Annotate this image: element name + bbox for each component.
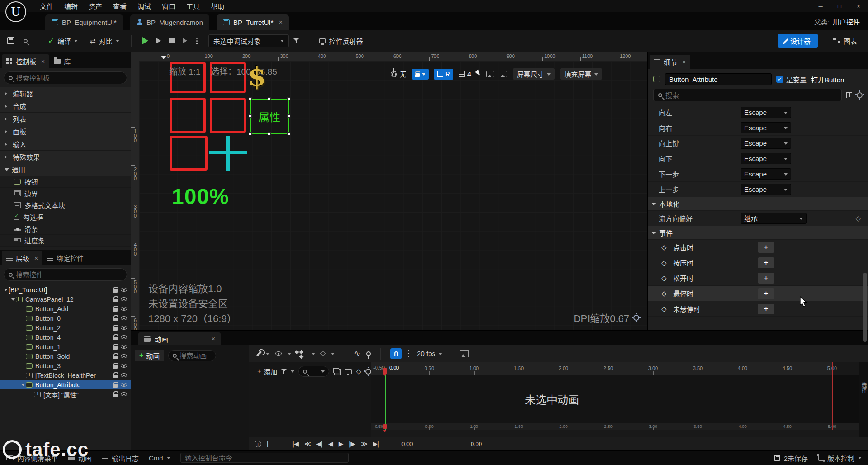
transport-button[interactable]: |◀ [292,440,298,447]
arrow-right-icon[interactable] [5,155,9,159]
palette-widget-item[interactable]: 滑条 [0,223,131,235]
transport-button[interactable]: ≫ [361,440,367,447]
tab-hierarchy[interactable]: 层级 × [2,251,42,265]
add-event-button[interactable]: + [758,304,774,314]
visibility-eye-icon[interactable] [121,364,127,368]
property-dropdown[interactable]: Escape [741,168,791,180]
section-events[interactable]: 事件 [648,226,868,240]
property-dropdown[interactable]: Escape [741,184,791,195]
button-widget-outline[interactable] [170,136,208,171]
animation-search-input[interactable] [179,352,212,360]
lock-toggle-button[interactable] [412,69,429,80]
visibility-eye-icon[interactable] [121,335,127,339]
monitor-icon[interactable] [345,369,352,374]
screen-size-dropdown[interactable]: 屏幕尺寸 [513,68,555,80]
event-row[interactable]: ◇ 按压时 + [648,255,868,270]
close-icon[interactable]: × [682,58,686,66]
property-dropdown[interactable]: Escape [741,153,791,164]
property-dropdown[interactable]: Escape [741,122,791,133]
tree-row[interactable]: Button_1 [0,342,131,351]
output-log-button[interactable]: 输出日志 [102,453,139,463]
visibility-eye-icon[interactable] [121,288,127,292]
preview-image-icon[interactable] [500,71,507,77]
compile-button[interactable]: ✓ 编译 [44,33,81,48]
event-row[interactable]: ◇ 松开时 + [648,270,868,286]
palette-search-box[interactable] [4,71,127,84]
range-slider-ruler[interactable]: -0.50 0.501.001.502.002.503.003.504.004.… [371,423,868,430]
source-control-button[interactable]: 版本控制 [818,453,862,463]
tree-row[interactable]: [TextBlock_HealthPer [0,370,131,380]
parent-class-link[interactable]: 用户控件 [833,17,860,26]
lock-icon[interactable] [113,384,118,388]
visibility-eye-icon[interactable] [121,354,127,358]
display-filter-icon[interactable] [846,92,852,98]
palette-category[interactable]: 列表 [0,113,131,125]
crosshair-widget[interactable] [209,136,247,171]
close-icon[interactable]: × [212,335,215,342]
diff-button[interactable]: ⇄ 对比 [86,33,123,48]
flow-direction-row[interactable]: 流方向偏好 继承 ◇ [648,211,868,226]
lock-icon[interactable] [113,365,118,369]
arrow-down-icon[interactable] [5,168,9,173]
button-widget-outline[interactable] [170,98,206,133]
debug-filter-icon[interactable] [293,38,299,43]
menu-item[interactable]: 文件 [34,0,59,12]
hierarchy-search-box[interactable] [4,268,127,281]
arrow-down-icon[interactable] [651,232,656,237]
add-event-button[interactable]: + [758,242,774,253]
arrow-right-icon[interactable] [5,92,9,95]
add-event-button[interactable]: + [758,273,774,284]
transport-button[interactable]: ◀ [328,440,333,447]
tab-palette[interactable]: 控制板 × [2,54,49,68]
chevron-down-icon[interactable] [331,353,335,357]
object-name-field[interactable]: Button_Attribute [665,73,772,85]
chevron-down-icon[interactable] [116,40,119,44]
browse-asset-icon[interactable] [24,39,28,43]
tree-row[interactable]: CanvasPanel_12 [0,294,131,304]
keyframe-options-icon[interactable] [299,350,304,355]
add-event-button[interactable]: + [758,257,774,268]
selected-attribute-button[interactable]: 属性 [250,99,289,134]
tree-row[interactable]: Button_Attribute [0,380,131,389]
arrow-right-icon[interactable] [5,117,9,121]
preview-background-icon[interactable] [486,71,494,77]
playhead-line[interactable] [385,369,386,430]
graph-mode-button[interactable]: 图表 [830,33,861,48]
dpi-settings-gear-icon[interactable] [633,315,639,321]
lock-icon[interactable] [113,327,118,331]
lock-icon[interactable] [113,346,118,350]
menu-item[interactable]: 查看 [108,0,132,12]
expander-arrow-icon[interactable] [10,296,16,303]
menu-item[interactable]: 帮助 [205,0,230,12]
designer-canvas[interactable]: 0100200300400500600700800900100011001200… [131,52,647,330]
play-options-icon[interactable] [196,38,198,39]
close-icon[interactable]: × [34,255,38,262]
stop-icon[interactable] [169,38,175,43]
menu-item[interactable]: 窗口 [156,0,181,12]
transport-button[interactable]: ▶ [339,440,343,447]
transport-button[interactable]: ≪ [304,440,311,447]
frame-advance-icon[interactable] [156,38,161,43]
playhead-marker[interactable] [383,368,387,374]
add-track-button[interactable]: + 添加 [257,367,277,376]
tree-row[interactable]: [文本] "属性" [0,389,131,399]
add-animation-button[interactable]: + 动画 [135,350,164,361]
palette-widget-item[interactable]: 边界 [0,188,131,199]
palette-search-input[interactable] [16,74,122,82]
lock-icon[interactable] [113,308,118,312]
view-options-eye-icon[interactable] [275,351,282,356]
unreal-logo-icon[interactable]: U [5,1,26,22]
tree-row[interactable]: Button_Sold [0,351,131,361]
track-filter-funnel-icon[interactable] [281,369,287,374]
visibility-eye-icon[interactable] [121,297,127,301]
close-tab-icon[interactable]: × [279,19,283,26]
event-row[interactable]: ◇ 悬停时 + [648,286,868,301]
sequencer-settings-wrench-icon[interactable] [256,351,262,356]
chevron-down-icon[interactable] [311,353,315,357]
visibility-eye-icon[interactable] [121,383,127,387]
track-area[interactable]: 未选中动画 [371,375,868,423]
cursor-tool-icon[interactable] [475,70,483,79]
snap-magnet-toggle[interactable]: U [390,348,402,359]
open-button-link[interactable]: 打开Button [811,75,844,84]
auto-key-diamond-icon[interactable] [320,351,326,356]
